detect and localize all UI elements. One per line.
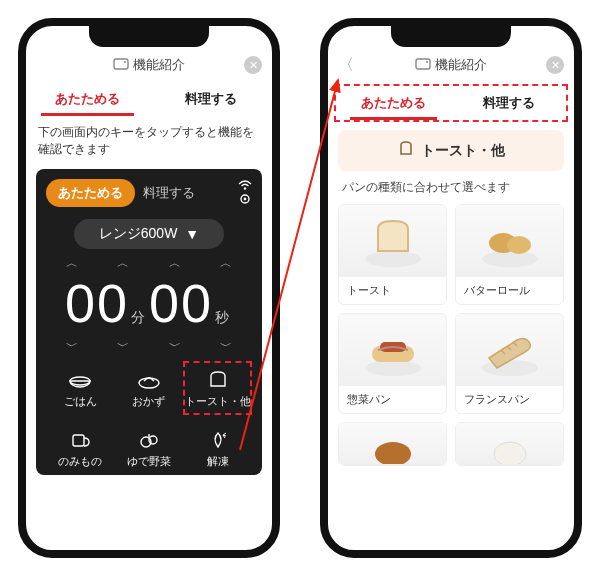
- food-souzai-pan[interactable]: 惣菜パン: [338, 313, 447, 414]
- cat-label: ごはん: [64, 394, 97, 409]
- spinner-up-row: ︿︿︿︿: [46, 255, 252, 272]
- minutes-unit: 分: [131, 309, 145, 327]
- svg-point-21: [494, 442, 526, 464]
- seconds-value[interactable]: 00: [149, 272, 213, 334]
- banner-label: トースト・他: [421, 142, 505, 160]
- food-butter-roll[interactable]: バターロール: [455, 204, 564, 305]
- header-title: 機能紹介: [435, 56, 487, 74]
- minutes-value[interactable]: 00: [65, 272, 129, 334]
- svg-rect-10: [416, 59, 430, 69]
- phone-notch: [391, 25, 511, 47]
- close-button[interactable]: ✕: [244, 56, 262, 74]
- cat-side-dish[interactable]: おかず: [115, 361, 184, 415]
- food-toast[interactable]: トースト: [338, 204, 447, 305]
- food-label: フランスパン: [456, 386, 563, 413]
- close-button[interactable]: ✕: [546, 56, 564, 74]
- category-row-1: ごはん おかず トースト・他: [46, 361, 252, 415]
- sim-heat-pill[interactable]: あたためる: [46, 179, 135, 207]
- tabs-highlighted: あたためる 料理する: [334, 84, 568, 122]
- tab-heat[interactable]: あたためる: [336, 86, 451, 120]
- time-display: 00 分 00 秒: [46, 272, 252, 334]
- food-item-partial-2[interactable]: [455, 422, 564, 466]
- food-grid: トースト バターロール 惣菜パン フランスパン: [328, 204, 574, 476]
- cat-label: 解凍: [207, 454, 229, 469]
- sim-cook-text[interactable]: 料理する: [143, 184, 195, 202]
- food-france-pan[interactable]: フランスパン: [455, 313, 564, 414]
- cat-boiled-veg[interactable]: ゆで野菜: [115, 421, 184, 475]
- phone-left: 機能紹介 ✕ あたためる 料理する 下の画面内のキーをタップすると機能を確認でき…: [18, 18, 280, 558]
- power-selector[interactable]: レンジ600W ▼: [74, 219, 224, 249]
- cat-label: ゆで野菜: [127, 454, 171, 469]
- food-label: 惣菜パン: [339, 386, 446, 413]
- hint-text: 下の画面内のキーをタップすると機能を確認できます: [26, 116, 272, 169]
- back-button[interactable]: 〈: [338, 55, 354, 76]
- svg-point-13: [482, 251, 538, 267]
- svg-point-12: [365, 251, 421, 267]
- svg-point-20: [375, 442, 411, 464]
- cat-label: トースト・他: [185, 394, 251, 409]
- svg-point-6: [139, 378, 159, 388]
- phone-right: 〈 機能紹介 ✕ あたためる 料理する トースト・他 パンの種類に合わせて選べま…: [320, 18, 582, 558]
- cat-label: おかず: [132, 394, 165, 409]
- note-text: パンの種類に合わせて選べます: [328, 179, 574, 204]
- oven-icon: [415, 57, 431, 74]
- food-item-partial-1[interactable]: [338, 422, 447, 466]
- app-header: 〈 機能紹介 ✕: [328, 48, 574, 82]
- app-header: 機能紹介 ✕: [26, 48, 272, 82]
- toast-icon: [397, 140, 415, 161]
- phone-notch: [89, 25, 209, 47]
- svg-point-2: [244, 187, 246, 189]
- seconds-unit: 秒: [215, 309, 229, 327]
- wifi-icon: [238, 180, 252, 206]
- spinner-down-row: ﹀﹀﹀﹀: [46, 338, 252, 355]
- simulator-panel: あたためる 料理する レンジ600W ▼ ︿︿︿︿ 00 分 00 秒 ﹀﹀﹀﹀: [36, 169, 262, 475]
- feature-banner: トースト・他: [338, 130, 564, 171]
- gear-icon[interactable]: [238, 192, 252, 206]
- svg-point-11: [426, 61, 428, 63]
- power-label: レンジ600W: [99, 225, 178, 243]
- food-label: トースト: [339, 277, 446, 304]
- cat-rice[interactable]: ごはん: [46, 361, 115, 415]
- food-label: バターロール: [456, 277, 563, 304]
- svg-rect-7: [73, 435, 84, 446]
- svg-point-19: [482, 360, 538, 376]
- cat-toast-other[interactable]: トースト・他: [183, 361, 252, 415]
- tabs: あたためる 料理する: [26, 82, 272, 116]
- category-row-2: のみもの ゆで野菜 解凍: [46, 421, 252, 475]
- svg-point-15: [507, 236, 531, 254]
- svg-point-4: [244, 197, 247, 200]
- svg-point-1: [124, 61, 126, 63]
- svg-rect-0: [114, 59, 128, 69]
- svg-point-16: [365, 360, 421, 376]
- cat-drinks[interactable]: のみもの: [46, 421, 115, 475]
- header-title: 機能紹介: [133, 56, 185, 74]
- tab-heat[interactable]: あたためる: [26, 82, 149, 116]
- cat-defrost[interactable]: 解凍: [183, 421, 252, 475]
- chevron-down-icon: ▼: [185, 226, 199, 242]
- oven-icon: [113, 57, 129, 74]
- tab-cook[interactable]: 料理する: [451, 86, 566, 120]
- cat-label: のみもの: [58, 454, 102, 469]
- tab-cook[interactable]: 料理する: [149, 82, 272, 116]
